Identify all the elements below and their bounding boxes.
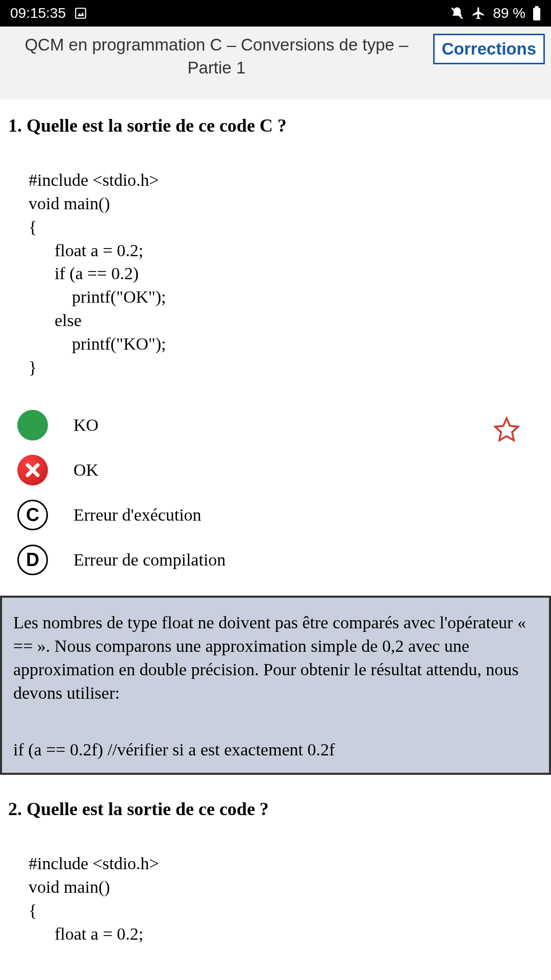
page-header: QCM en programmation C – Conversions de … — [0, 27, 551, 100]
corrections-button[interactable]: Corrections — [433, 34, 545, 64]
answer-b[interactable]: OK — [8, 455, 543, 485]
answer-c-marker: C — [17, 500, 48, 530]
answer-c-text: Erreur d'exécution — [73, 505, 202, 525]
status-right: 89 % — [450, 5, 541, 21]
answers-list: KO OK C Erreur d'exécution D Erreur de c… — [8, 410, 543, 575]
svg-marker-5 — [495, 418, 518, 440]
status-time: 09:15:35 — [10, 5, 66, 21]
answer-a[interactable]: KO — [8, 410, 543, 440]
battery-percent: 89 % — [493, 5, 525, 21]
image-icon — [74, 7, 87, 20]
svg-rect-3 — [533, 8, 540, 21]
question-1-title: 1. Quelle est la sortie de ce code C ? — [8, 114, 543, 138]
battery-icon — [533, 6, 541, 20]
answer-c[interactable]: C Erreur d'exécution — [8, 500, 543, 530]
svg-rect-4 — [535, 6, 539, 8]
svg-marker-1 — [78, 12, 84, 16]
answer-a-text: KO — [73, 415, 98, 435]
correct-icon — [17, 410, 48, 440]
status-left: 09:15:35 — [10, 5, 87, 21]
explanation-code: if (a == 0.2f) //vérifier si a est exact… — [13, 740, 538, 760]
airplane-icon — [471, 6, 486, 20]
answer-d-text: Erreur de compilation — [73, 550, 226, 570]
question-2-code: #include <stdio.h> void main() { float a… — [29, 852, 543, 946]
explanation-box: Les nombres de type float ne doivent pas… — [0, 596, 551, 775]
explanation-text: Les nombres de type float ne doivent pas… — [13, 611, 538, 705]
question-1-code: #include <stdio.h> void main() { float a… — [29, 168, 543, 379]
page-title: QCM en programmation C – Conversions de … — [6, 34, 427, 79]
svg-rect-0 — [76, 8, 86, 18]
answer-d[interactable]: D Erreur de compilation — [8, 545, 543, 575]
question-2: 2. Quelle est la sortie de ce code ? #in… — [0, 797, 551, 945]
favorite-button[interactable] — [493, 416, 520, 446]
status-bar: 09:15:35 89 % — [0, 0, 551, 27]
wrong-icon — [17, 455, 48, 485]
bell-off-icon — [450, 6, 464, 20]
question-1: 1. Quelle est la sortie de ce code C ? #… — [0, 100, 551, 575]
answer-b-text: OK — [73, 460, 98, 480]
question-2-title: 2. Quelle est la sortie de ce code ? — [8, 797, 543, 821]
answer-d-marker: D — [17, 545, 48, 575]
